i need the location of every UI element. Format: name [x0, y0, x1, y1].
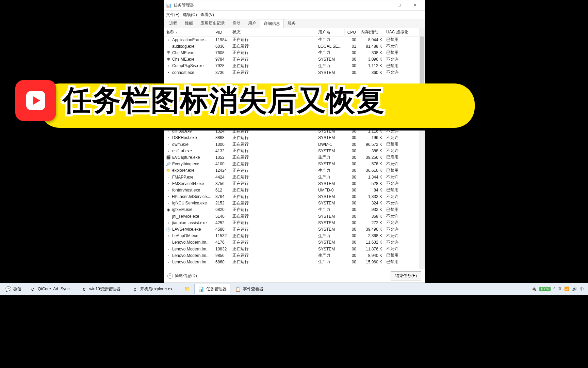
cell-user: SYSTEM — [316, 70, 345, 75]
cell-uac: 已禁用 — [384, 37, 411, 43]
tab-details[interactable]: 详细信息 — [260, 19, 284, 28]
tray-chevron-icon[interactable]: ^ — [553, 287, 555, 291]
maximize-button[interactable]: ☐ — [391, 1, 407, 10]
taskbar-item-label: 事件查看器 — [243, 286, 263, 292]
battery-status[interactable]: 100% — [539, 287, 551, 291]
table-row[interactable]: ▫fontdrvhost.exe612正在运行UMFD-00084 K已禁用 — [164, 187, 419, 193]
col-name[interactable]: 名称 — [164, 29, 213, 35]
plug-icon[interactable]: 🔌 — [532, 287, 537, 291]
cell-uac: 不允许 — [384, 194, 411, 200]
cell-name: 🕐LAVService.exe — [164, 227, 213, 232]
cell-name: ▫igfxCUIService.exe — [164, 201, 213, 205]
table-body[interactable]: ▫ApplicationFrame...11984正在运行生产力008,944 … — [164, 36, 419, 269]
taskbar-item[interactable]: 📁 — [180, 284, 194, 294]
cell-uac: 不允许 — [384, 57, 411, 62]
taskbar-item-icon: e — [81, 286, 87, 292]
table-row[interactable]: ▫audiodg.exe6036正在运行LOCAL SE...0181,488 … — [164, 43, 419, 49]
cell-cpu: 00 — [345, 227, 358, 232]
close-button[interactable]: ✕ — [407, 1, 423, 10]
col-user[interactable]: 用户名 — [316, 29, 345, 35]
table-row[interactable]: 🕐LAVService.exe4580正在运行SYSTEM0039,496 K不… — [164, 226, 419, 232]
col-pid[interactable]: PID — [213, 30, 230, 35]
tab-users[interactable]: 用户 — [244, 19, 260, 28]
table-row[interactable]: ▫CompPkgSrv.exe7928正在运行生产力001,112 K已禁用 — [164, 63, 419, 69]
taskbar-item-label: 任务管理器 — [206, 286, 227, 292]
cell-name: ▫dllhost.exe — [164, 129, 213, 134]
cell-mem: 96,572 K — [358, 142, 384, 147]
tab-processes[interactable]: 进程 — [165, 19, 181, 28]
titlebar[interactable]: 📊 任务管理器 — ☐ ✕ — [164, 0, 425, 11]
table-row[interactable]: ▫DSRHost.exe8868正在运行SYSTEM00196 K不允许 — [164, 135, 419, 141]
table-row[interactable]: ▫FMAPP.exe4424正在运行生产力001,344 K不允许 — [164, 174, 419, 180]
minimize-button[interactable]: — — [376, 1, 391, 10]
ime-indicator[interactable]: 中 — [580, 286, 584, 292]
cell-uac: 已禁用 — [384, 252, 411, 258]
taskbar-item[interactable]: 💬微信 — [1, 284, 25, 294]
table-row[interactable]: ▫LeAppOM.exe11532正在运行生产力002,868 K不允许 — [164, 233, 419, 239]
table-row[interactable]: ▫Lenovo.Modern.Im...4176正在运行SYSTEM0011,6… — [164, 239, 419, 246]
table-row[interactable]: ▫igfxCUIService.exe2152正在运行SYSTEM00324 K… — [164, 200, 419, 206]
volume-icon[interactable]: 🔊 — [572, 287, 577, 291]
col-cpu[interactable]: CPU — [345, 30, 358, 35]
network-icon[interactable]: ⇅ — [558, 287, 561, 291]
col-status[interactable]: 状态 — [230, 29, 316, 35]
table-row[interactable]: ▪conhost.exe3736正在运行SYSTEM00360 K不允许 — [164, 69, 419, 76]
col-mem[interactable]: 内存(活动... — [358, 29, 384, 35]
taskbar-item[interactable]: 📊任务管理器 — [194, 284, 230, 294]
cell-cpu: 00 — [345, 214, 358, 219]
table-row[interactable]: ▫ApplicationFrame...11984正在运行生产力008,944 … — [164, 36, 419, 43]
table-row[interactable]: ▫Lenovo.Modern.Im6860正在运行生产力0015,960 K已禁… — [164, 259, 419, 265]
cell-user: 生产力 — [316, 154, 345, 160]
table-row[interactable]: 中ChsIME.exe7608正在运行生产力00308 K已禁用 — [164, 49, 419, 56]
table-row[interactable]: 🔎Everything.exe4100正在运行SYSTEM00576 K不允许 — [164, 161, 419, 167]
scrollbar[interactable] — [419, 28, 425, 269]
cell-cpu: 00 — [345, 70, 358, 75]
wifi-icon[interactable]: 📶 — [564, 287, 569, 291]
menu-view[interactable]: 查看(V) — [200, 12, 214, 18]
table-row[interactable]: ▫jianpian_assist.exe4252正在运行SYSTEM00272 … — [164, 219, 419, 226]
cell-user: SYSTEM — [316, 220, 345, 225]
cell-pid: 10832 — [213, 247, 230, 251]
menu-file[interactable]: 文件(F) — [166, 12, 179, 18]
taskbar-item[interactable]: ewin10资源管理器... — [77, 284, 127, 294]
table-row[interactable]: ▫HPLaserJetService....3764正在运行SYSTEM001,… — [164, 194, 419, 200]
table-row[interactable]: ▫FMService64.exe3756正在运行SYSTEM00528 K不允许 — [164, 180, 419, 187]
table-row[interactable]: ▫Lenovo.Modern.Im...9856正在运行生产力008,940 K… — [164, 252, 419, 259]
taskbar-item[interactable]: e开机后explorer.ex... — [128, 284, 180, 294]
end-task-button[interactable]: 结束任务(E) — [391, 271, 421, 280]
video-overlay-banner: 任务栏图标消失后又恢复 — [15, 77, 458, 124]
cell-uac: 已禁用 — [384, 168, 411, 173]
tab-app-history[interactable]: 应用历史记录 — [197, 19, 229, 28]
taskbar-item[interactable]: 📋事件查看器 — [231, 284, 267, 294]
tab-services[interactable]: 服务 — [284, 19, 299, 28]
less-details-button[interactable]: ⌃ 简略信息(D) — [167, 273, 197, 279]
table-row[interactable]: ▫Lenovo.Modern.Im...10832正在运行SYSTEM0011,… — [164, 246, 419, 252]
table-row[interactable]: 🎬EVCapture.exe1352正在运行生产力0039,256 K已启用 — [164, 154, 419, 160]
taskbar-item-label: 开机后explorer.ex... — [140, 286, 176, 292]
cell-pid: 3764 — [213, 194, 230, 199]
taskbar-item[interactable]: eQtCore_Ad_Sync... — [26, 284, 77, 294]
tab-startup[interactable]: 启动 — [229, 19, 244, 28]
cell-user: SYSTEM — [316, 194, 345, 199]
process-icon: ▫ — [166, 37, 171, 42]
cell-cpu: 00 — [345, 233, 358, 238]
menu-options[interactable]: 选项(O) — [183, 12, 197, 18]
table-row[interactable]: ◉igfxEM.exe6820正在运行生产力00932 K已禁用 — [164, 206, 419, 213]
cell-status: 正在运行 — [230, 37, 316, 43]
table-row[interactable]: ▫esif_uf.exe4132正在运行SYSTEM00388 K不允许 — [164, 148, 419, 154]
cell-status: 正在运行 — [230, 161, 316, 167]
cell-status: 正在运行 — [230, 187, 316, 193]
cell-cpu: 00 — [345, 135, 358, 140]
table-row[interactable]: ▫jhi_service.exe5140正在运行SYSTEM00368 K不允许 — [164, 213, 419, 219]
process-icon: ▫ — [166, 214, 171, 219]
tab-performance[interactable]: 性能 — [181, 19, 197, 28]
taskbar-item-icon: e — [132, 286, 138, 292]
table-row[interactable]: 中ChsIME.exe9784正在运行SYSTEM003,096 K不允许 — [164, 56, 419, 63]
table-row[interactable]: ▫dwm.exe1300正在运行DWM-10096,572 K已禁用 — [164, 141, 419, 148]
cell-status: 正在运行 — [230, 63, 316, 69]
cell-mem: 528 K — [358, 181, 384, 186]
col-uac[interactable]: UAC 虚拟化 — [384, 29, 411, 35]
table-row[interactable]: ▫dllhost.exe1324正在运行SYSTEM001,116 K不允许 — [164, 128, 419, 135]
table-row[interactable]: 📁explorer.exe12424正在运行生产力0036,616 K已禁用 — [164, 167, 419, 174]
cell-uac: 不允许 — [384, 246, 411, 252]
